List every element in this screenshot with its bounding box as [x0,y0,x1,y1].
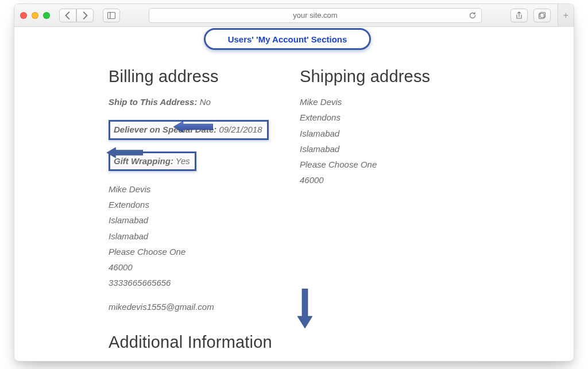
billing-heading: Billing address [109,67,288,86]
billing-city-1: Islamabad [109,213,288,227]
address-text: your site.com [293,11,337,20]
billing-choice: Please Choose One [109,245,288,258]
right-toolbar [510,9,551,22]
new-tab-button[interactable]: + [558,4,574,27]
svg-rect-2 [540,12,546,17]
gift-wrap-value: Yes [176,156,190,166]
shipping-name: Mike Devis [300,95,479,108]
address-bar[interactable]: your site.com [149,8,482,23]
chevron-right-icon [81,11,89,20]
deliver-date-value: 09/21/2018 [219,125,262,134]
arrow-left-icon [106,146,143,159]
sidebar-button[interactable] [103,9,120,22]
billing-name: Mike Devis [109,182,288,196]
shipping-city-1: Islamabad [300,127,479,140]
window-controls [20,12,50,19]
svg-rect-3 [539,13,544,18]
arrow-down-icon [297,289,313,329]
tabs-button[interactable] [533,9,551,22]
annotation-pill-label: Users' 'My Account' Sections [228,34,347,44]
annotation-pill: Users' 'My Account' Sections [204,28,371,50]
share-icon [515,11,523,20]
nav-buttons [59,9,94,22]
share-button[interactable] [510,9,528,22]
reload-icon [469,11,477,20]
zoom-window-button[interactable] [43,12,50,19]
shipping-company: Extendons [300,111,479,124]
ship-to-label: Ship to This Address: [109,97,197,107]
billing-company: Extendons [109,198,288,211]
shipping-choice: Please Choose One [300,158,479,171]
reload-button[interactable] [469,11,477,20]
billing-phone: 3333665665656 [109,276,288,289]
shipping-zip: 46000 [300,173,479,187]
billing-zip: 46000 [109,261,288,274]
annotation-arrow-deliver [173,121,213,133]
shipping-city-2: Islamabad [300,142,479,156]
minimize-window-button[interactable] [32,12,38,19]
annotation-arrow-requirements [297,289,313,329]
back-button[interactable] [59,9,76,22]
additional-heading: Additional Information [109,333,479,352]
ship-to-value: No [200,97,211,107]
sidebar-icon [107,11,115,20]
billing-city-2: Islamabad [109,230,288,243]
chevron-left-icon [64,11,72,20]
additional-section: Additional Information Any Specific Orde… [109,333,479,362]
billing-email: mikedevis1555@gmail.com [109,300,288,313]
browser-window: your site.com + Users' 'My Account' Sect… [14,3,574,362]
svg-rect-0 [108,12,115,18]
billing-column: Billing address Ship to This Address: No… [109,67,288,316]
shipping-heading: Shipping address [300,67,479,86]
page-content: Users' 'My Account' Sections Billing add… [14,27,574,361]
arrow-left-icon [173,121,213,133]
forward-button[interactable] [76,9,94,22]
shipping-column: Shipping address Mike Devis Extendons Is… [300,67,479,316]
close-window-button[interactable] [20,12,27,19]
ship-to-line: Ship to This Address: No [109,95,288,108]
titlebar: your site.com + [14,4,574,27]
tabs-icon [538,11,546,20]
annotation-arrow-gift [106,146,143,159]
